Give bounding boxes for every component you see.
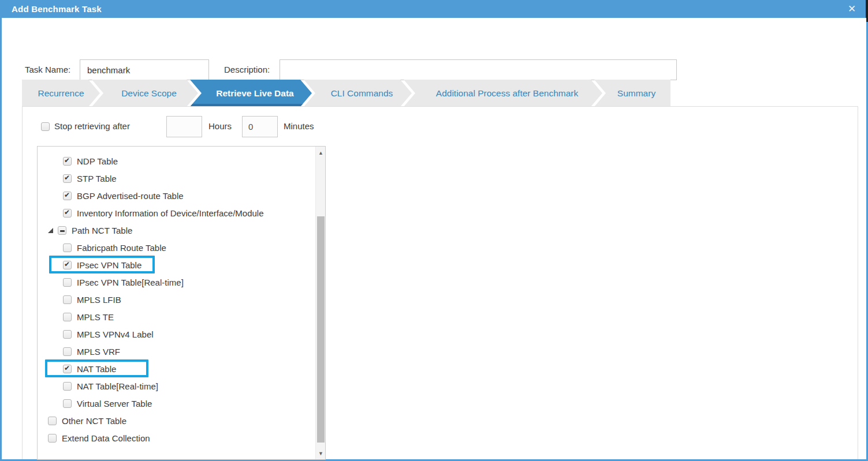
tab-retrieve-live-data[interactable]: Retrieve Live Data xyxy=(190,80,312,107)
tree-row-other-nct-table[interactable]: ✔ Other NCT Table xyxy=(38,412,315,429)
tree-row-ndp-table[interactable]: ✔ NDP Table xyxy=(38,152,315,170)
tree-row-nat-table-real-time-[interactable]: ✔ NAT Table[Real-time] xyxy=(38,377,315,395)
stop-retrieving-row: ✔ Stop retrieving after Hours Minutes xyxy=(41,116,445,137)
task-form-row: Task Name: Description: xyxy=(2,18,866,80)
dialog-title: Add Benchmark Task xyxy=(2,4,102,14)
tree-item-label: MPLS VRF xyxy=(77,347,120,357)
tab-cli-commands[interactable]: CLI Commands xyxy=(304,80,412,107)
tree-row-stp-table[interactable]: ✔ STP Table xyxy=(38,170,315,187)
tree-item-label: Extend Data Collection xyxy=(62,433,150,443)
minutes-label: Minutes xyxy=(284,121,314,131)
tree-item-checkbox[interactable]: ✔ xyxy=(63,295,72,304)
tree-item-label: IPsec VPN Table xyxy=(77,260,141,270)
scroll-down-icon[interactable]: ▼ xyxy=(316,448,326,458)
tree-item-checkbox[interactable]: ✔ xyxy=(63,278,72,287)
retrieve-live-data-panel: ✔ Stop retrieving after Hours Minutes ✔ … xyxy=(22,106,858,459)
tree-item-checkbox[interactable]: ✔ xyxy=(63,174,72,183)
tab-device-scope[interactable]: Device Scope xyxy=(92,80,198,107)
tree-item-checkbox[interactable]: ✔ xyxy=(48,417,57,425)
tab-summary[interactable]: Summary xyxy=(594,80,670,107)
tree-item-label: IPsec VPN Table[Real-time] xyxy=(77,278,184,287)
tree-row-inventory-information-of-device-interface-module[interactable]: ✔ Inventory Information of Device/Interf… xyxy=(38,204,315,222)
tab-additional-process-after-benchmark[interactable]: Additional Process after Benchmark xyxy=(404,80,602,107)
task-name-label: Task Name: xyxy=(25,65,70,74)
tab-recurrence[interactable]: Recurrence xyxy=(22,80,100,107)
tree-item-label: Other NCT Table xyxy=(62,416,126,426)
tree-row-ipsec-vpn-table-real-time-[interactable]: ✔ IPsec VPN Table[Real-time] xyxy=(38,273,315,291)
tree-item-checkbox[interactable]: ✔ xyxy=(63,157,72,166)
hours-label: Hours xyxy=(208,121,232,131)
tree-item-label: Fabricpath Route Table xyxy=(77,243,166,253)
tree-row-path-nct-table[interactable]: ✔ Path NCT Table xyxy=(38,222,315,239)
tree-item-checkbox[interactable]: ✔ xyxy=(63,313,72,321)
tree-item-label: STP Table xyxy=(77,174,117,183)
add-benchmark-task-dialog: Add Benchmark Task ✕ Task Name: Descript… xyxy=(0,0,868,461)
tree-item-checkbox[interactable]: ✔ xyxy=(63,209,72,218)
tree-item-checkbox[interactable]: ✔ xyxy=(63,243,72,252)
tree-item-checkbox[interactable]: ✔ xyxy=(63,330,72,339)
tree-item-label: MPLS TE xyxy=(77,312,114,322)
tree-row-ipsec-vpn-table[interactable]: ✔ IPsec VPN Table xyxy=(38,256,315,273)
tree-rows: ✔ NDP Table ✔ STP Table ✔ BGP Advertised… xyxy=(38,152,315,447)
description-label: Description: xyxy=(224,65,270,74)
tree-item-label: Virtual Server Table xyxy=(77,399,152,408)
tree-item-label: Inventory Information of Device/Interfac… xyxy=(77,208,264,218)
tree-item-checkbox[interactable]: ✔ xyxy=(63,382,72,391)
tree-row-fabricpath-route-table[interactable]: ✔ Fabricpath Route Table xyxy=(38,239,315,256)
tree-item-checkbox[interactable]: ✔ xyxy=(63,261,72,269)
tree-row-mpls-lfib[interactable]: ✔ MPLS LFIB xyxy=(38,291,315,308)
scroll-up-icon[interactable]: ▲ xyxy=(316,148,326,158)
tree-row-mpls-te[interactable]: ✔ MPLS TE xyxy=(38,308,315,325)
hours-input[interactable] xyxy=(166,116,202,137)
tree-item-label: NAT Table[Real-time] xyxy=(77,381,158,391)
tree-row-bgp-advertised-route-table[interactable]: ✔ BGP Advertised-route Table xyxy=(38,187,315,204)
dialog-titlebar: Add Benchmark Task ✕ xyxy=(2,0,866,18)
tree-row-virtual-server-table[interactable]: ✔ Virtual Server Table xyxy=(38,395,315,412)
tree-item-checkbox[interactable]: ✔ xyxy=(58,226,66,235)
wizard-tabstrip: RecurrenceDevice ScopeRetrieve Live Data… xyxy=(22,80,670,107)
tree-row-mpls-vrf[interactable]: ✔ MPLS VRF xyxy=(38,343,315,360)
tree-row-extend-data-collection[interactable]: ✔ Extend Data Collection xyxy=(38,429,315,447)
scrollbar-thumb[interactable] xyxy=(317,216,325,443)
description-input[interactable] xyxy=(280,59,677,80)
tree-row-nat-table[interactable]: ✔ NAT Table xyxy=(38,360,315,377)
close-icon[interactable]: ✕ xyxy=(845,0,859,18)
tree-item-checkbox[interactable]: ✔ xyxy=(63,347,72,356)
tree-scrollbar[interactable]: ▲ ▼ xyxy=(315,147,325,459)
tree-item-checkbox[interactable]: ✔ xyxy=(63,399,72,408)
tree-item-checkbox[interactable]: ✔ xyxy=(63,365,72,373)
tree-item-label: MPLS LFIB xyxy=(77,295,121,305)
minutes-input[interactable] xyxy=(242,116,278,137)
tree-item-label: MPLS VPNv4 Label xyxy=(77,329,154,339)
stop-retrieving-checkbox[interactable]: ✔ xyxy=(41,122,50,131)
expand-collapse-icon[interactable] xyxy=(48,228,53,233)
tree-item-checkbox[interactable]: ✔ xyxy=(48,434,57,443)
tree-row-mpls-vpnv4-label[interactable]: ✔ MPLS VPNv4 Label xyxy=(38,325,315,343)
tree-item-label: BGP Advertised-route Table xyxy=(77,191,184,201)
task-name-input[interactable] xyxy=(80,59,209,80)
tree-item-label: NAT Table xyxy=(77,364,116,374)
tree-item-label: NDP Table xyxy=(77,156,118,166)
tree-item-checkbox[interactable]: ✔ xyxy=(63,192,72,200)
data-table-tree: ✔ NDP Table ✔ STP Table ✔ BGP Advertised… xyxy=(37,146,326,460)
stop-retrieving-label: Stop retrieving after xyxy=(54,121,130,131)
tree-item-label: Path NCT Table xyxy=(72,226,132,235)
